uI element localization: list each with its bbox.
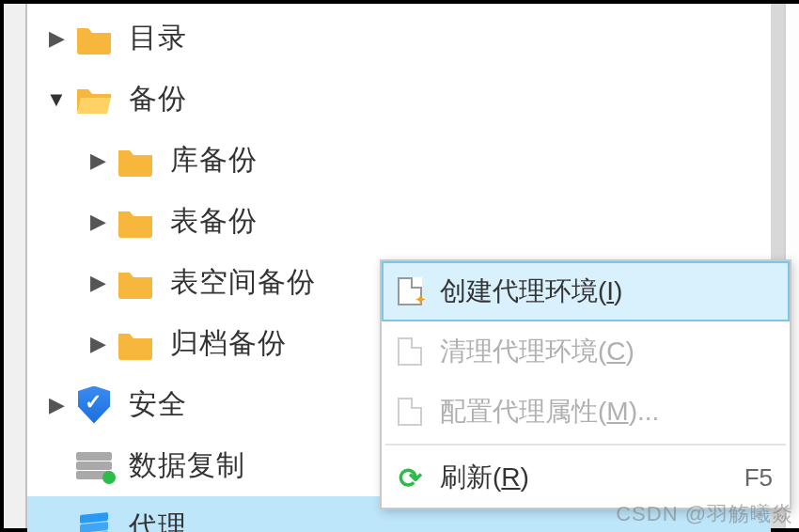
server-sync-icon (74, 446, 114, 486)
chevron-right-icon[interactable]: ▶ (86, 271, 110, 295)
folder-icon (116, 141, 155, 180)
chevron-right-icon[interactable]: ▶ (86, 210, 110, 234)
tree-label: 目录 (129, 19, 187, 57)
chevron-down-icon[interactable]: ▼ (44, 87, 69, 112)
folder-icon (116, 202, 155, 242)
chevron-right-icon[interactable]: ▶ (44, 393, 69, 417)
tree-item-table-backup[interactable]: ▶ 表备份 (27, 191, 771, 252)
folder-icon (116, 263, 155, 303)
left-gutter (4, 4, 27, 528)
context-menu: 创建代理环境(I) 清理代理环境(C) 配置代理属性(M)... ⟳ 刷新(R)… (380, 259, 791, 509)
tree-item-lib-backup[interactable]: ▶ 库备份 (27, 130, 771, 191)
document-new-icon (395, 276, 425, 306)
tree-label: 安全 (129, 385, 187, 424)
chevron-right-icon[interactable]: ▶ (44, 26, 69, 51)
shield-icon (74, 385, 114, 425)
chevron-right-icon[interactable]: ▶ (86, 149, 110, 173)
tree-label: 备份 (129, 80, 187, 118)
tree-label: 表备份 (170, 202, 258, 241)
tree-label: 数据复制 (129, 446, 245, 485)
layers-icon (74, 508, 114, 533)
folder-icon (74, 19, 114, 58)
menu-config-agent-props: 配置代理属性(M)... (382, 382, 790, 442)
menu-create-agent-env[interactable]: 创建代理环境(I) (382, 261, 790, 321)
tree-label: 代理 (129, 508, 187, 532)
menu-clean-agent-env: 清理代理环境(C) (382, 321, 790, 382)
menu-refresh[interactable]: ⟳ 刷新(R) F5 (382, 447, 790, 508)
menu-separator (385, 444, 786, 446)
menu-label: 创建代理环境(I) (440, 274, 622, 309)
document-icon (395, 397, 425, 427)
tree-label: 归档备份 (170, 324, 287, 363)
tree-item-directory[interactable]: ▶ 目录 (27, 8, 771, 69)
folder-icon (116, 324, 155, 364)
menu-label: 配置代理属性(M)... (440, 394, 659, 430)
chevron-right-icon[interactable]: ▶ (86, 332, 110, 356)
document-icon (395, 336, 425, 367)
menu-label: 刷新(R) (440, 460, 529, 495)
tree-label: 表空间备份 (170, 263, 316, 302)
folder-open-icon (74, 80, 114, 119)
refresh-icon: ⟳ (395, 462, 425, 493)
menu-label: 清理代理环境(C) (440, 334, 634, 369)
tree-label: 库备份 (170, 141, 258, 180)
tree-item-backup[interactable]: ▼ 备份 (27, 69, 771, 130)
menu-shortcut: F5 (744, 463, 773, 493)
